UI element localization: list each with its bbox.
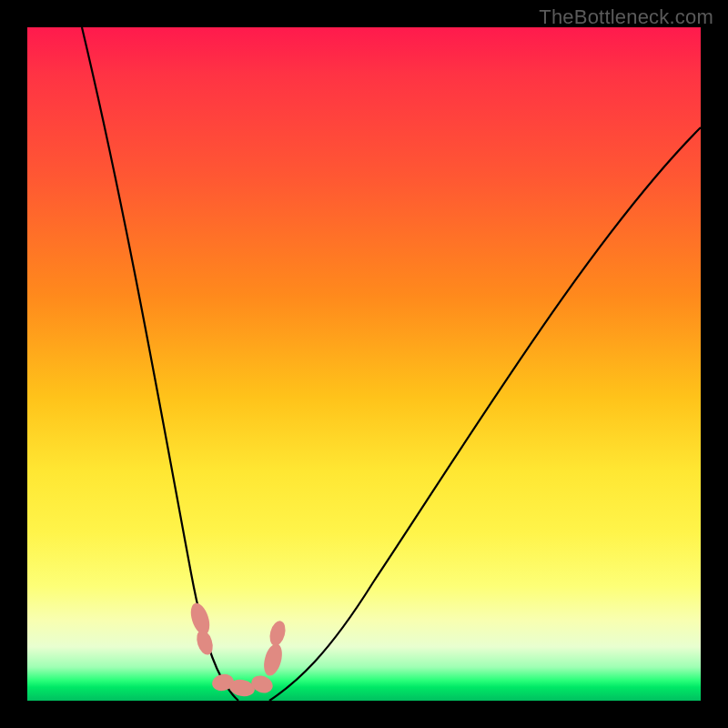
curves-svg bbox=[27, 27, 701, 701]
left-curve bbox=[82, 27, 238, 701]
marker-dot bbox=[268, 619, 288, 647]
watermark-text: TheBottleneck.com bbox=[539, 5, 713, 29]
marker-dot bbox=[261, 642, 286, 677]
right-curve bbox=[269, 127, 701, 701]
marker-group bbox=[187, 601, 288, 698]
chart-container: TheBottleneck.com bbox=[0, 0, 728, 728]
plot-area bbox=[27, 27, 701, 701]
marker-dot bbox=[194, 628, 216, 657]
